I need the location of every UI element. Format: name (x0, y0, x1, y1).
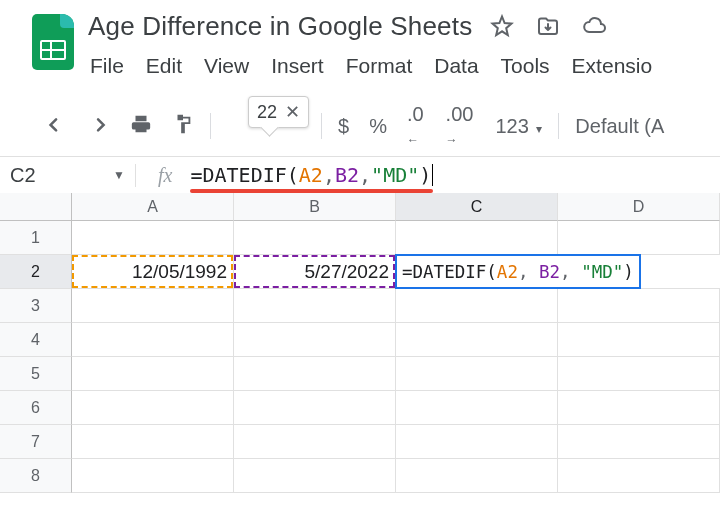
cell-d2[interactable] (641, 255, 720, 289)
cell-c3[interactable] (396, 289, 558, 323)
tok-str: "MD" (371, 163, 419, 187)
cell-b4[interactable] (234, 323, 396, 357)
select-all-corner[interactable] (0, 193, 72, 221)
name-box[interactable]: C2 ▼ (6, 164, 136, 187)
menu-format[interactable]: Format (346, 54, 413, 78)
cell-d4[interactable] (558, 323, 720, 357)
cell-b7[interactable] (234, 425, 396, 459)
cell-d6[interactable] (558, 391, 720, 425)
tok-rparen: ) (419, 163, 431, 187)
cell-a1[interactable] (72, 221, 234, 255)
cell-a3[interactable] (72, 289, 234, 323)
currency-button[interactable]: $ (338, 115, 349, 138)
tooltip-value: 22 (257, 102, 277, 123)
tok-comma: , (323, 163, 335, 187)
paint-format-button[interactable] (172, 113, 194, 139)
star-icon[interactable] (490, 14, 514, 38)
increase-decimal-button[interactable]: .00→ (446, 103, 476, 149)
cell-c2-formula: =DATEDIF(A2, B2, "MD") (402, 262, 634, 282)
decrease-decimal-button[interactable]: .0← (407, 103, 426, 149)
formula-bar: C2 ▼ fx =DATEDIF(A2, B2, "MD") (0, 156, 720, 193)
cell-d7[interactable] (558, 425, 720, 459)
text-cursor (432, 164, 433, 186)
tok-comma2: , (359, 163, 371, 187)
cell-a4[interactable] (72, 323, 234, 357)
cell-a2-value: 12/05/1992 (132, 261, 227, 283)
row-header-2[interactable]: 2 (0, 255, 72, 289)
cell-b2[interactable]: 5/27/2022 (234, 255, 396, 289)
print-button[interactable] (130, 113, 152, 139)
cell-d1[interactable] (558, 221, 720, 255)
row-header-4[interactable]: 4 (0, 323, 72, 357)
cell-b6[interactable] (234, 391, 396, 425)
menu-extensions[interactable]: Extensio (572, 54, 653, 78)
sheets-icon (32, 14, 74, 70)
menu-view[interactable]: View (204, 54, 249, 78)
tok-lparen: ( (287, 163, 299, 187)
sheets-logo[interactable] (28, 8, 78, 76)
row-header-1[interactable]: 1 (0, 221, 72, 255)
chevron-down-icon[interactable]: ▼ (113, 168, 125, 182)
cell-d8[interactable] (558, 459, 720, 493)
cell-b3[interactable] (234, 289, 396, 323)
cell-b1[interactable] (234, 221, 396, 255)
cell-a8[interactable] (72, 459, 234, 493)
spreadsheet-grid[interactable]: A B C D 1 2 12/05/1992 5/27/2022 =DATEDI… (0, 193, 720, 493)
tok-fn: DATEDIF (202, 163, 286, 187)
cell-c2[interactable]: =DATEDIF(A2, B2, "MD") (396, 255, 641, 289)
fx-icon: fx (158, 164, 172, 187)
menu-file[interactable]: File (90, 54, 124, 78)
menu-data[interactable]: Data (434, 54, 478, 78)
menu-insert[interactable]: Insert (271, 54, 324, 78)
cloud-icon[interactable] (582, 14, 606, 38)
number-format-button[interactable]: 123 ▾ (495, 115, 542, 138)
cell-b8[interactable] (234, 459, 396, 493)
col-header-b[interactable]: B (234, 193, 396, 221)
undo-button[interactable] (46, 113, 68, 139)
cell-d5[interactable] (558, 357, 720, 391)
row-header-6[interactable]: 6 (0, 391, 72, 425)
document-title[interactable]: Age Difference in Google Sheets (88, 11, 472, 42)
cell-c5[interactable] (396, 357, 558, 391)
tok-ref-b2: B2 (335, 163, 359, 187)
cell-c1[interactable] (396, 221, 558, 255)
col-header-c[interactable]: C (396, 193, 558, 221)
menu-bar: File Edit View Insert Format Data Tools … (88, 44, 720, 78)
cell-c6[interactable] (396, 391, 558, 425)
row-header-8[interactable]: 8 (0, 459, 72, 493)
menu-edit[interactable]: Edit (146, 54, 182, 78)
cell-a7[interactable] (72, 425, 234, 459)
cell-b2-value: 5/27/2022 (304, 261, 389, 283)
percent-button[interactable]: % (369, 115, 387, 138)
menu-tools[interactable]: Tools (501, 54, 550, 78)
col-header-a[interactable]: A (72, 193, 234, 221)
close-icon[interactable]: ✕ (285, 101, 300, 123)
cell-a6[interactable] (72, 391, 234, 425)
formula-result-tooltip: 22 ✕ (248, 96, 309, 128)
row-header-5[interactable]: 5 (0, 357, 72, 391)
move-icon[interactable] (536, 14, 560, 38)
row-header-3[interactable]: 3 (0, 289, 72, 323)
toolbar: $ % .0← .00→ 123 ▾ Default (A (0, 106, 720, 146)
cell-a5[interactable] (72, 357, 234, 391)
name-box-value: C2 (10, 164, 36, 187)
cell-b5[interactable] (234, 357, 396, 391)
formula-input[interactable]: =DATEDIF(A2, B2, "MD") (190, 163, 433, 187)
cell-d3[interactable] (558, 289, 720, 323)
font-select[interactable]: Default (A (575, 115, 664, 138)
cell-c8[interactable] (396, 459, 558, 493)
row-header-7[interactable]: 7 (0, 425, 72, 459)
col-header-d[interactable]: D (558, 193, 720, 221)
tok-eq: = (190, 163, 202, 187)
redo-button[interactable] (88, 113, 110, 139)
cell-a2[interactable]: 12/05/1992 (72, 255, 234, 289)
cell-c4[interactable] (396, 323, 558, 357)
tok-ref-a2: A2 (299, 163, 323, 187)
cell-c7[interactable] (396, 425, 558, 459)
